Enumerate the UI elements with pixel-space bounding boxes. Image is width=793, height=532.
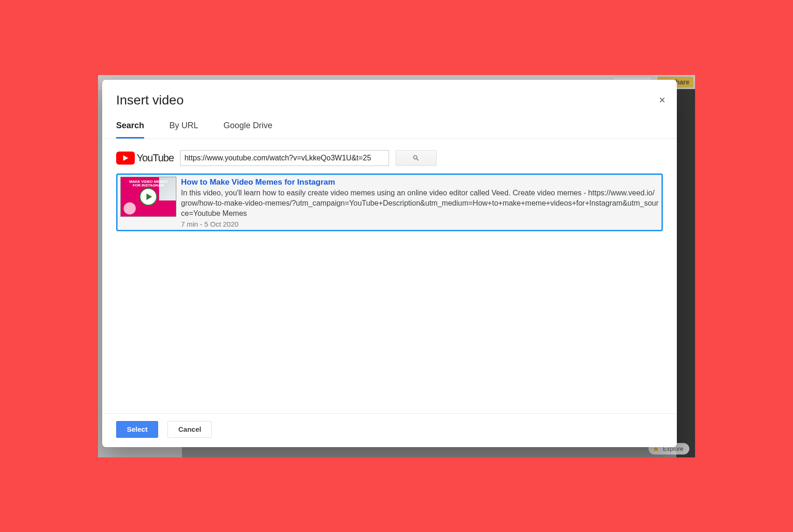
- tabs-bar: Search By URL Google Drive: [102, 121, 677, 139]
- tab-search[interactable]: Search: [116, 121, 144, 138]
- tab-by-url[interactable]: By URL: [169, 121, 198, 138]
- dialog-header: Insert video ✕ Search By URL Google Driv…: [102, 80, 677, 139]
- bg-canvas-dark: [676, 89, 695, 457]
- video-thumbnail: MAKE VIDEO MEMES FOR INSTAGRAM: [120, 177, 176, 217]
- video-result-item[interactable]: MAKE VIDEO MEMES FOR INSTAGRAM How to Ma…: [116, 173, 663, 231]
- cancel-button[interactable]: Cancel: [167, 421, 212, 438]
- video-url-input[interactable]: [180, 150, 389, 166]
- video-result-title: How to Make Video Memes for Instagram: [181, 178, 659, 187]
- search-button[interactable]: [396, 150, 437, 166]
- dialog-title: Insert video: [116, 93, 663, 108]
- results-area: MAKE VIDEO MEMES FOR INSTAGRAM How to Ma…: [102, 166, 677, 413]
- youtube-wordmark: YouTube: [137, 152, 174, 164]
- insert-video-dialog: Insert video ✕ Search By URL Google Driv…: [102, 80, 677, 447]
- youtube-icon: [116, 152, 135, 165]
- search-row: YouTube: [102, 139, 677, 166]
- video-result-description: In this video, you'll learn how to easil…: [181, 188, 659, 219]
- select-button[interactable]: Select: [116, 421, 158, 438]
- close-icon: ✕: [659, 96, 666, 104]
- video-result-timestamp: 7 min - 5 Oct 2020: [181, 220, 659, 228]
- video-result-meta: How to Make Video Memes for Instagram In…: [181, 177, 659, 228]
- search-icon: [412, 154, 420, 162]
- play-icon: [139, 188, 157, 206]
- slides-app-background: Present 🔒 Share 25 Explore Insert video …: [98, 75, 695, 457]
- tab-google-drive[interactable]: Google Drive: [223, 121, 272, 138]
- thumbnail-caption: MAKE VIDEO MEMES FOR INSTAGRAM: [121, 180, 176, 188]
- dialog-footer: Select Cancel: [102, 413, 677, 447]
- youtube-logo: YouTube: [116, 152, 174, 165]
- close-button[interactable]: ✕: [657, 96, 667, 105]
